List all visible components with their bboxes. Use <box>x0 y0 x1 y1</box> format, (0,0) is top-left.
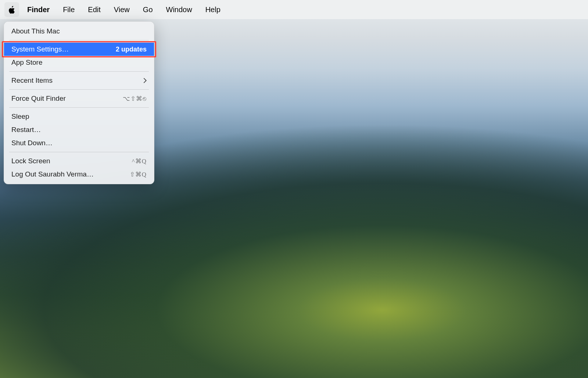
menu-divider <box>9 40 149 40</box>
menu-force-quit[interactable]: Force Quit Finder ⌥⇧⌘⎋ <box>4 92 154 105</box>
chevron-right-icon <box>141 78 147 83</box>
menubar-item-edit[interactable]: Edit <box>83 3 105 16</box>
menu-log-out[interactable]: Log Out Saurabh Verma… ⇧⌘Q <box>4 168 154 181</box>
menu-item-label: Shut Down… <box>11 139 53 147</box>
menu-shut-down[interactable]: Shut Down… <box>4 136 154 150</box>
menu-divider <box>9 89 149 90</box>
menu-item-label: About This Mac <box>11 27 60 35</box>
menu-sleep[interactable]: Sleep <box>4 110 154 123</box>
menubar-item-view[interactable]: View <box>109 3 135 16</box>
menu-item-label: Lock Screen <box>11 157 50 165</box>
menubar-item-window[interactable]: Window <box>161 3 197 16</box>
menubar-item-file[interactable]: File <box>58 3 80 16</box>
menu-divider <box>9 152 149 152</box>
menu-divider <box>9 107 149 108</box>
menubar-item-help[interactable]: Help <box>200 3 226 16</box>
menu-item-label: Restart… <box>11 126 41 134</box>
keyboard-shortcut: ⇧⌘Q <box>130 171 147 178</box>
menu-item-label: System Settings… <box>11 45 69 53</box>
menu-item-label: Force Quit Finder <box>11 94 66 103</box>
menu-about-this-mac[interactable]: About This Mac <box>4 25 154 38</box>
menu-item-label: Sleep <box>11 113 29 121</box>
keyboard-shortcut: ^⌘Q <box>132 157 147 165</box>
keyboard-shortcut: ⌥⇧⌘⎋ <box>123 95 147 103</box>
menubar-item-go[interactable]: Go <box>138 3 158 16</box>
menu-recent-items[interactable]: Recent Items <box>4 74 154 87</box>
menu-item-label: Recent Items <box>11 76 53 85</box>
menu-app-store[interactable]: App Store <box>4 56 154 69</box>
menu-item-label: Log Out Saurabh Verma… <box>11 170 94 178</box>
submenu-indicator <box>142 79 147 82</box>
menu-restart[interactable]: Restart… <box>4 123 154 136</box>
menu-system-settings[interactable]: System Settings… 2 updates <box>4 43 154 56</box>
menubar-app-name[interactable]: Finder <box>22 3 55 16</box>
apple-logo-icon <box>8 5 16 14</box>
menu-lock-screen[interactable]: Lock Screen ^⌘Q <box>4 154 154 168</box>
apple-menu-button[interactable] <box>4 2 19 17</box>
updates-badge: 2 updates <box>116 46 147 53</box>
apple-menu-dropdown: About This Mac System Settings… 2 update… <box>4 21 154 184</box>
menu-divider <box>9 71 149 72</box>
menu-item-label: App Store <box>11 58 43 67</box>
menu-bar: Finder File Edit View Go Window Help <box>0 0 588 19</box>
